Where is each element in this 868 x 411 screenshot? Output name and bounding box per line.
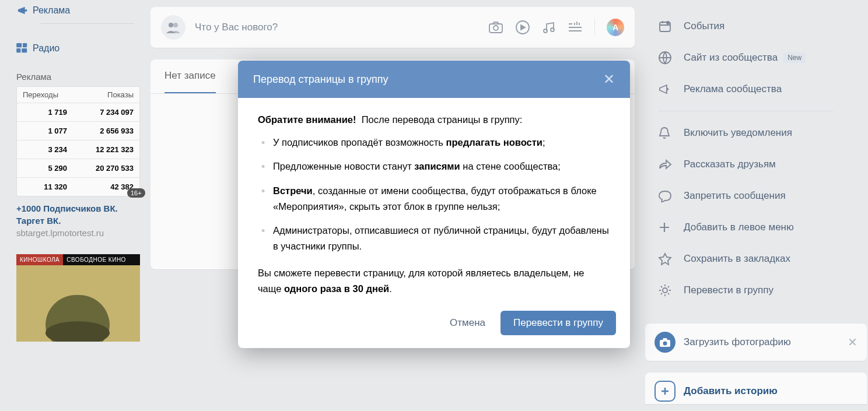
modal-close-icon[interactable]: ✕ [603,72,615,86]
convert-button[interactable]: Перевести в группу [501,311,616,335]
modal-footnote: Вы сможете перевести страницу, для котор… [258,265,610,297]
modal-title: Перевод страницы в группу [253,73,603,86]
modal-overlay: Перевод страницы в группу ✕ Обратите вни… [0,0,868,411]
convert-modal: Перевод страницы в группу ✕ Обратите вни… [238,61,630,348]
modal-bullet-3: Встречи, созданные от имени сообщества, … [258,183,610,215]
modal-bullet-4: Администраторы, отписавшиеся от публично… [258,223,610,254]
modal-bullet-2: Предложенные новости станут записями на … [258,159,610,174]
modal-bullet-1: У подписчиков пропадёт возможность предл… [258,135,610,150]
modal-lead: Обратите внимание! После перевода страни… [258,112,610,128]
cancel-button[interactable]: Отмена [445,311,490,335]
